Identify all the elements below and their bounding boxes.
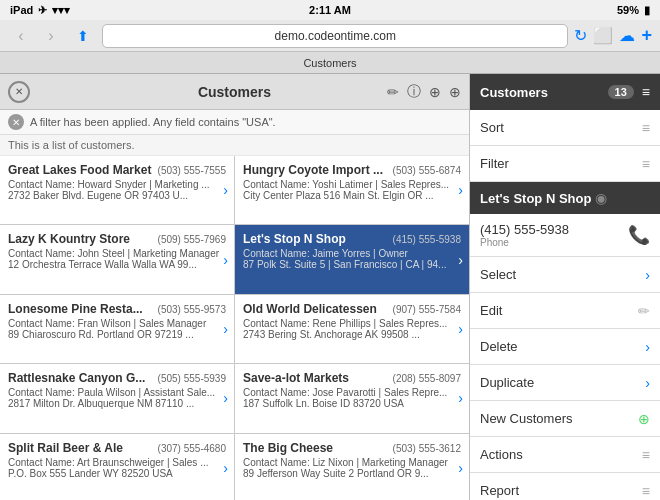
card-arrow-icon: ›: [223, 321, 228, 337]
sidebar-action-icon: ≡: [642, 447, 650, 463]
customer-card-phone: (307) 555-4680: [158, 443, 226, 454]
eye-icon[interactable]: ◉: [595, 190, 607, 206]
customer-card-name: Rattlesnake Canyon G...: [8, 371, 145, 385]
url-bar: ‹ › ⬆ demo.codeontime.com ↻ ⬜ ☁ +: [0, 20, 660, 52]
sidebar-action-item-actions[interactable]: Actions≡: [470, 437, 660, 473]
customer-card[interactable]: Let's Stop N Shop(415) 555-5938Contact N…: [235, 225, 469, 293]
panel-header-icons: ✏ ⓘ ⊕ ⊕: [387, 83, 461, 101]
selected-company-name: Let's Stop N Shop: [480, 191, 591, 206]
customer-card-name: Great Lakes Food Market: [8, 163, 151, 177]
customer-card-address: 2732 Baker Blvd. Eugene OR 97403 U...: [8, 190, 226, 201]
status-bar: iPad ✈ ▾▾▾ 2:11 AM 59% ▮: [0, 0, 660, 20]
customer-card[interactable]: Old World Delicatessen(907) 555-7584Cont…: [235, 295, 469, 363]
customer-card-address: 89 Jefferson Way Suite 2 Portland OR 9..…: [243, 468, 461, 479]
edit-icon[interactable]: ✏: [387, 84, 399, 100]
call-icon[interactable]: 📞: [628, 224, 650, 246]
customer-card[interactable]: Great Lakes Food Market(503) 555-7555Con…: [0, 156, 234, 224]
panel-title: Customers: [198, 84, 271, 100]
wifi-icon: ✈: [38, 4, 47, 17]
customer-card-address: 2743 Bering St. Anchorage AK 99508 ...: [243, 329, 461, 340]
card-arrow-icon: ›: [223, 460, 228, 476]
status-right: 59% ▮: [617, 4, 650, 17]
sidebar-action-item-select[interactable]: Select›: [470, 257, 660, 293]
phone-number: (415) 555-5938: [480, 222, 569, 237]
customer-card-contact: Contact Name: Yoshi Latimer | Sales Repr…: [243, 179, 461, 190]
customer-card-name: Hungry Coyote Import ...: [243, 163, 383, 177]
sidebar-action-icon: ›: [645, 339, 650, 355]
tabs-button[interactable]: ⬜: [593, 26, 613, 45]
back-button[interactable]: ‹: [8, 23, 34, 49]
sidebar-action-icon: ›: [645, 375, 650, 391]
customer-card-contact: Contact Name: Liz Nixon | Marketing Mana…: [243, 457, 461, 468]
selected-company-section: Let's Stop N Shop ◉: [470, 182, 660, 214]
customer-card-contact: Contact Name: Howard Snyder | Marketing …: [8, 179, 226, 190]
customer-card-phone: (505) 555-5939: [158, 373, 226, 384]
sidebar-action-label: Actions: [480, 447, 523, 462]
right-sidebar: Customers 13 ≡ Sort ≡ Filter ≡ Let's Sto…: [470, 74, 660, 500]
customer-card-name: Lazy K Kountry Store: [8, 232, 130, 246]
sidebar-action-item-delete[interactable]: Delete›: [470, 329, 660, 365]
customer-card-phone: (503) 555-6874: [393, 165, 461, 176]
sidebar-menu-icon[interactable]: ≡: [642, 84, 650, 100]
share-button[interactable]: ⬆: [70, 23, 96, 49]
customer-card-address: 187 Suffolk Ln. Boise ID 83720 USA: [243, 398, 461, 409]
forward-button[interactable]: ›: [38, 23, 64, 49]
sidebar-action-label: Select: [480, 267, 516, 282]
customer-card[interactable]: Split Rail Beer & Ale(307) 555-4680Conta…: [0, 434, 234, 500]
card-arrow-icon: ›: [458, 321, 463, 337]
customer-card[interactable]: The Big Cheese(503) 555-3612Contact Name…: [235, 434, 469, 500]
customer-card[interactable]: Save-a-lot Markets(208) 555-8097Contact …: [235, 364, 469, 432]
sidebar-action-icon: ✏: [638, 303, 650, 319]
customer-card-name: Save-a-lot Markets: [243, 371, 349, 385]
sidebar-action-icon: ⊕: [638, 411, 650, 427]
sidebar-action-item-new-customers[interactable]: New Customers⊕: [470, 401, 660, 437]
search-icon[interactable]: ⊕: [449, 84, 461, 100]
cloud-button[interactable]: ☁: [619, 26, 635, 45]
url-field[interactable]: demo.codeontime.com: [102, 24, 568, 48]
status-left: iPad ✈ ▾▾▾: [10, 4, 70, 17]
customer-card-address: 87 Polk St. Suite 5 | San Francisco | CA…: [243, 259, 461, 270]
customer-card[interactable]: Lonesome Pine Resta...(503) 555-9573Cont…: [0, 295, 234, 363]
customer-card-contact: Contact Name: Jaime Yorres | Owner: [243, 248, 461, 259]
card-arrow-icon: ›: [458, 460, 463, 476]
card-arrow-icon: ›: [458, 252, 463, 268]
customer-grid: Great Lakes Food Market(503) 555-7555Con…: [0, 156, 469, 500]
customer-card-address: P.O. Box 555 Lander WY 82520 USA: [8, 468, 226, 479]
card-arrow-icon: ›: [223, 390, 228, 406]
customer-card-address: City Center Plaza 516 Main St. Elgin OR …: [243, 190, 461, 201]
sidebar-action-item-edit[interactable]: Edit✏: [470, 293, 660, 329]
customer-card-address: 12 Orchestra Terrace Walla Walla WA 99..…: [8, 259, 226, 270]
back-circle-button[interactable]: ✕: [8, 81, 30, 103]
panel-back: ✕: [8, 81, 30, 103]
sidebar-item-filter[interactable]: Filter ≡: [470, 146, 660, 182]
customer-card-address: 89 Chiaroscuro Rd. Portland OR 97219 ...: [8, 329, 226, 340]
customer-card-name: Lonesome Pine Resta...: [8, 302, 143, 316]
customer-card[interactable]: Rattlesnake Canyon G...(505) 555-5939Con…: [0, 364, 234, 432]
sidebar-title: Customers: [480, 85, 548, 100]
list-description: This is a list of customers.: [0, 135, 469, 156]
customer-card-phone: (415) 555-5938: [393, 234, 461, 245]
customer-card-phone: (503) 555-9573: [158, 304, 226, 315]
card-arrow-icon: ›: [223, 252, 228, 268]
battery-icon: ▮: [644, 4, 650, 17]
sidebar-action-label: New Customers: [480, 411, 572, 426]
sidebar-action-item-duplicate[interactable]: Duplicate›: [470, 365, 660, 401]
info-icon[interactable]: ⓘ: [407, 83, 421, 101]
refresh-button[interactable]: ↻: [574, 26, 587, 45]
add-icon[interactable]: ⊕: [429, 84, 441, 100]
sidebar-item-sort[interactable]: Sort ≡: [470, 110, 660, 146]
customer-card-phone: (907) 555-7584: [393, 304, 461, 315]
list-desc-text: This is a list of customers.: [8, 139, 135, 151]
filter-icon: ≡: [642, 156, 650, 172]
main-area: ✕ Customers ✏ ⓘ ⊕ ⊕ ✕ A filter has been …: [0, 74, 660, 500]
sidebar-action-label: Report: [480, 483, 519, 498]
customer-card-phone: (208) 555-8097: [393, 373, 461, 384]
customer-card-name: The Big Cheese: [243, 441, 333, 455]
add-tab-button[interactable]: +: [641, 25, 652, 46]
tab-bar: Customers: [0, 52, 660, 74]
filter-clear-button[interactable]: ✕: [8, 114, 24, 130]
customer-card[interactable]: Lazy K Kountry Store(509) 555-7969Contac…: [0, 225, 234, 293]
sidebar-action-label: Edit: [480, 303, 502, 318]
customer-card[interactable]: Hungry Coyote Import ...(503) 555-6874Co…: [235, 156, 469, 224]
sidebar-action-item-report[interactable]: Report≡: [470, 473, 660, 500]
